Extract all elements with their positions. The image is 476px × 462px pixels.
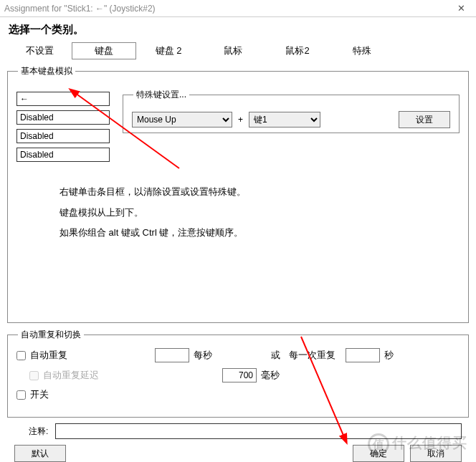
tab-mouse[interactable]: 鼠标 [201,42,265,59]
per-second-label: 每秒 [194,349,212,362]
hint-line-2: 键盘模拟从上到下。 [60,203,460,223]
tab-mouse2[interactable]: 鼠标2 [265,42,330,59]
auto-repeat-legend: 自动重复和切换 [18,329,84,341]
auto-repeat-cb-label: 自动重复 [30,349,67,362]
auto-repeat-group: 自动重复和切换 自动重复 每秒 或 每一次重复 秒 自动重复延迟 毫秒 [7,329,469,418]
key-input-2[interactable] [16,110,110,125]
window-title: Assignment for "Stick1: ←" (Joystick#2) [4,4,450,14]
key-input-3[interactable] [16,129,110,143]
tabs: 不设置 键盘 键盘 2 鼠标 鼠标2 特殊 [7,42,469,59]
auto-repeat-checkbox[interactable]: 自动重复 [16,349,67,362]
set-button[interactable]: 设置 [399,111,450,128]
default-button[interactable]: 默认 [14,445,66,462]
tab-keyboard[interactable]: 键盘 [72,42,136,59]
delay-input[interactable] [222,368,257,382]
titlebar: Assignment for "Stick1: ←" (Joystick#2) … [0,0,476,17]
cancel-button[interactable]: 取消 [410,445,462,462]
keyboard-inputs [16,92,110,162]
switch-cb-label: 开关 [30,388,49,401]
tab-special[interactable]: 特殊 [330,42,394,59]
switch-cb-input[interactable] [16,390,26,400]
special-select-key[interactable]: 键1 [249,112,320,127]
key-input-4[interactable] [16,148,110,162]
key-input-1[interactable] [16,92,110,106]
per-second-input[interactable] [155,348,189,362]
hints-text: 右键单击条目框，以清除设置或设置特殊键。 键盘模拟从上到下。 如果你组合 alt… [60,182,460,244]
auto-repeat-delay-cb-input [29,371,39,380]
close-icon[interactable]: ✕ [450,3,472,14]
tab-none[interactable]: 不设置 [7,42,72,59]
note-input[interactable] [55,423,462,439]
special-key-group: 特殊键设置... Mouse Up + 键1 设置 [123,89,460,133]
basic-keyboard-group: 基本键盘模拟 特殊键设置... Mouse Up + 键1 [7,65,469,323]
special-key-legend: 特殊键设置... [133,89,189,101]
ms-label: 毫秒 [261,369,280,382]
auto-repeat-delay-checkbox: 自动重复延迟 [29,369,99,382]
switch-checkbox[interactable]: 开关 [16,388,49,401]
page-heading: 选择一个类别。 [9,23,469,37]
hint-line-1: 右键单击条目框，以清除设置或设置特殊键。 [60,182,460,203]
seconds-label: 秒 [384,349,394,362]
ok-button[interactable]: 确定 [353,445,404,462]
each-repeat-input[interactable] [346,348,380,362]
special-select-action[interactable]: Mouse Up [132,112,232,127]
or-label: 或 [271,349,280,362]
auto-repeat-cb-input[interactable] [16,351,26,360]
basic-keyboard-legend: 基本键盘模拟 [18,65,75,77]
plus-icon: + [238,115,243,125]
hint-line-3: 如果你组合 alt 键或 Ctrl 键，注意按键顺序。 [60,223,460,244]
auto-repeat-delay-cb-label: 自动重复延迟 [43,369,99,382]
each-repeat-label: 每一次重复 [289,349,335,362]
tab-keyboard2[interactable]: 键盘 2 [136,42,201,59]
note-label: 注释: [29,425,48,438]
